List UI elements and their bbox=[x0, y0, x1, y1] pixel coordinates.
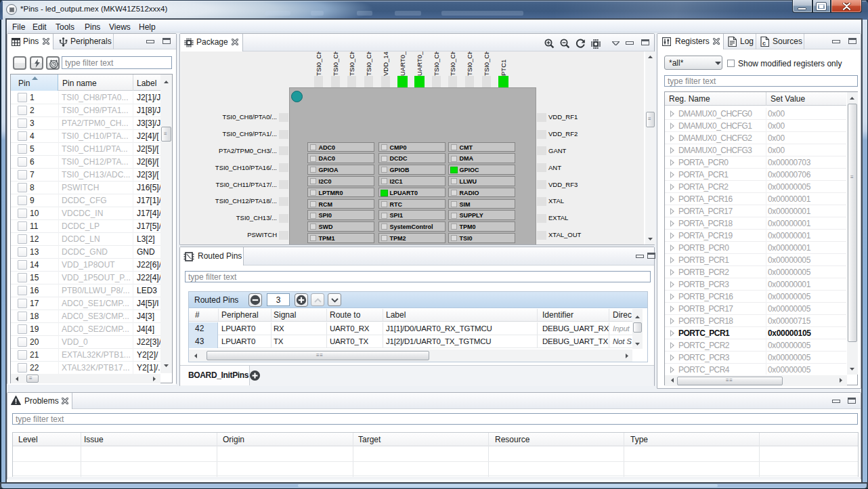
svg-text:c: c bbox=[762, 40, 766, 47]
